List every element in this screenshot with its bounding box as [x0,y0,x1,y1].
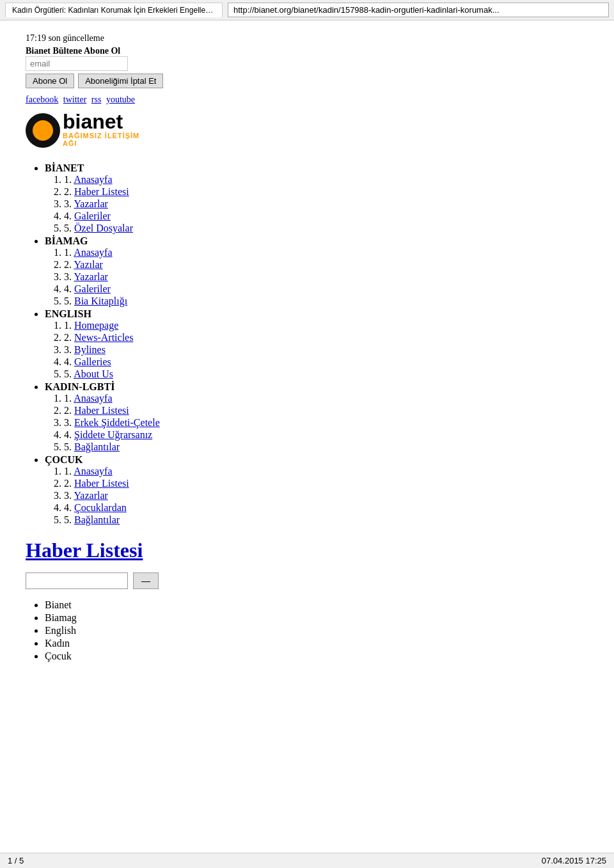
nav-section-bianet: BİANET 1. Anasayfa 2. Haber Listesi 3. Y… [45,162,588,234]
kadin-siddete-link[interactable]: Şiddete Uğrarsanız [74,429,152,440]
list-item: 3. Yazarlar [64,271,588,283]
nav-cocuk-items: 1. Anasayfa 2. Haber Listesi 3. Yazarlar… [45,466,588,526]
list-item: 1. Anasayfa [64,247,588,258]
browser-url-bar[interactable] [228,3,609,17]
biamag-yazilar-link[interactable]: Yazılar [74,259,102,270]
list-item: 3. Yazarlar [64,490,588,501]
list-item: 5. Özel Dosyalar [64,223,588,234]
english-galleries-link[interactable]: Galleries [74,356,111,367]
footer-bar: 1 / 5 07.04.2015 17:25 [0,853,614,868]
email-input[interactable] [26,56,128,71]
list-item: 2. News-Articles [64,332,588,343]
bianet-anasayfa-link[interactable]: Anasayfa [74,174,112,185]
cocuk-haberliste-link[interactable]: Haber Listesi [74,478,129,489]
filter-item-english: English [45,625,588,636]
list-item: 5. Bia Kitaplığı [64,296,588,307]
filter-input[interactable] [26,572,128,589]
cocuk-baglantiler-link[interactable]: Bağlantılar [74,514,120,525]
biamag-anasayfa-link[interactable]: Anasayfa [74,247,112,258]
cocuk-yazarlar-link[interactable]: Yazarlar [74,490,107,501]
facebook-link[interactable]: facebook [26,95,58,104]
logo-box: bianet BAĞIMSIZ İLETİŞİM AĞI [26,111,154,150]
list-item: 3. Erkek Şiddeti-Çetele [64,417,588,429]
kadin-anasayfa-link[interactable]: Anasayfa [74,393,112,404]
biamag-biakitapligi-link[interactable]: Bia Kitaplığı [74,296,127,306]
filter-item-biamag: Biamag [45,612,588,624]
nav-biamag-items: 1. Anasayfa 2. Yazılar 3. Yazarlar 4. Ga… [45,247,588,307]
list-item: 2. Yazılar [64,259,588,271]
browser-tab[interactable]: Kadın Örgütleri: Kadınları Korumak İçin … [5,3,223,17]
nav-section-cocuk-title: ÇOCUK [45,454,83,465]
list-item: 5. About Us [64,368,588,380]
twitter-link[interactable]: twitter [63,95,87,104]
kadin-erkekcetele-link[interactable]: Erkek Şiddeti-Çetele [74,417,160,428]
cancel-subscribe-button[interactable]: Aboneliğimi İptal Et [78,74,163,88]
rss-link[interactable]: rss [91,95,102,104]
nav-section-biamag-title: BİAMAG [45,235,88,246]
subscribe-button[interactable]: Abone Ol [26,74,74,88]
logo-bianet-text: bianet [63,111,154,132]
biamag-galeriler-link[interactable]: Galeriler [74,283,111,294]
english-newsarticles-link[interactable]: News-Articles [74,332,133,343]
nav-section: BİANET 1. Anasayfa 2. Haber Listesi 3. Y… [26,162,588,526]
list-item: 2. Haber Listesi [64,405,588,416]
page-number: 1 / 5 [8,856,24,865]
nav-section-english: ENGLISH 1. Homepage 2. News-Articles 3. … [45,308,588,380]
page-content: 17:19 son güncelleme Bianet Bültene Abon… [0,20,614,713]
english-bylines-link[interactable]: Bylines [74,344,106,355]
nav-english-items: 1. Homepage 2. News-Articles 3. Bylines … [45,320,588,380]
bianet-galeriler-link[interactable]: Galeriler [74,210,111,221]
logo-area: bianet BAĞIMSIZ İLETİŞİM AĞI [26,111,588,152]
list-item: 3. Yazarlar [64,198,588,210]
update-time: 17:19 son güncelleme [26,33,588,43]
list-item: 2. Haber Listesi [64,478,588,489]
nav-section-biamag: BİAMAG 1. Anasayfa 2. Yazılar 3. Yazarla… [45,235,588,307]
footer-datetime: 07.04.2015 17:25 [542,856,606,865]
english-aboutus-link[interactable]: About Us [74,368,113,379]
list-item: 2. Haber Listesi [64,186,588,198]
logo-circle-inner [33,120,53,141]
cocuk-cocuklardan-link[interactable]: Çocuklardan [74,502,127,513]
haber-listesi-heading[interactable]: Haber Listesi [26,539,588,562]
list-item: 4. Çocuklardan [64,502,588,514]
nav-section-english-title: ENGLISH [45,308,91,319]
list-item: 1. Homepage [64,320,588,331]
filter-list: Bianet Biamag English Kadın Çocuk [26,599,588,662]
list-item: 1. Anasayfa [64,466,588,477]
nav-bianet-items: 1. Anasayfa 2. Haber Listesi 3. Yazarlar… [45,174,588,234]
nav-section-kadin-lgbti: KADIN-LGBTİ 1. Anasayfa 2. Haber Listesi… [45,381,588,453]
subscription-label: Bianet Bültene Abone Ol [26,46,588,56]
list-item: 4. Şiddete Uğrarsanız [64,429,588,441]
filter-item-kadin: Kadın [45,638,588,649]
biamag-yazarlar-link[interactable]: Yazarlar [74,271,107,282]
list-item: 3. Bylines [64,344,588,356]
english-homepage-link[interactable]: Homepage [74,320,118,331]
subscription-section: Bianet Bültene Abone Ol Abone Ol Aboneli… [26,46,588,88]
kadin-haberliste-link[interactable]: Haber Listesi [74,405,129,416]
filter-item-cocuk: Çocuk [45,651,588,662]
nav-kadinlgbti-items: 1. Anasayfa 2. Haber Listesi 3. Erkek Şi… [45,393,588,453]
filter-button[interactable]: — [133,572,159,589]
bianet-yazarlar-link[interactable]: Yazarlar [74,198,107,209]
browser-bar: Kadın Örgütleri: Kadınları Korumak İçin … [0,0,614,20]
list-item: 4. Galeriler [64,283,588,295]
list-item: 4. Galeriler [64,210,588,222]
social-links: facebook twitter rss youtube [26,95,588,105]
nav-top-list: BİANET 1. Anasayfa 2. Haber Listesi 3. Y… [26,162,588,526]
bianet-ozeldosyalar-link[interactable]: Özel Dosyalar [74,223,133,233]
nav-section-bianet-title: BİANET [45,162,84,173]
kadin-baglantiler-link[interactable]: Bağlantılar [74,441,120,452]
logo-subtitle-text: BAĞIMSIZ İLETİŞİM AĞI [63,132,154,147]
nav-section-cocuk: ÇOCUK 1. Anasayfa 2. Haber Listesi 3. Ya… [45,454,588,526]
logo-circle [26,113,60,148]
list-item: 4. Galleries [64,356,588,368]
list-item: 1. Anasayfa [64,393,588,404]
cocuk-anasayfa-link[interactable]: Anasayfa [74,466,112,477]
bianet-haberliste-link[interactable]: Haber Listesi [74,186,129,197]
list-item: 1. Anasayfa [64,174,588,185]
filter-item-bianet: Bianet [45,599,588,611]
list-item: 5. Bağlantılar [64,441,588,453]
logo-text-area: bianet BAĞIMSIZ İLETİŞİM AĞI [63,111,154,147]
youtube-link[interactable]: youtube [106,95,135,104]
filter-row: — [26,572,588,589]
